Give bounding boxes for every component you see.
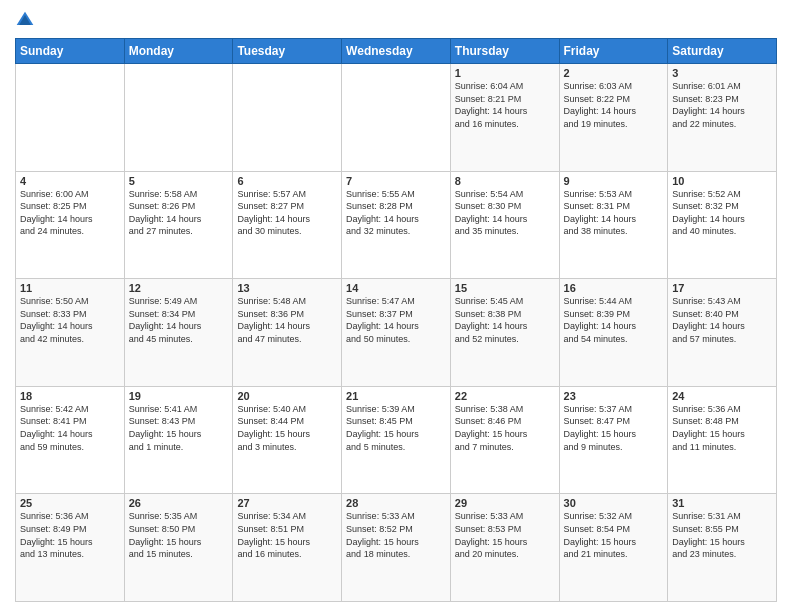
weekday-header-saturday: Saturday — [668, 39, 777, 64]
day-info: Sunrise: 5:52 AM Sunset: 8:32 PM Dayligh… — [672, 188, 772, 238]
calendar-cell — [233, 64, 342, 172]
calendar-cell — [124, 64, 233, 172]
header — [15, 10, 777, 30]
calendar-cell: 31Sunrise: 5:31 AM Sunset: 8:55 PM Dayli… — [668, 494, 777, 602]
day-info: Sunrise: 5:48 AM Sunset: 8:36 PM Dayligh… — [237, 295, 337, 345]
day-info: Sunrise: 5:42 AM Sunset: 8:41 PM Dayligh… — [20, 403, 120, 453]
calendar-cell: 25Sunrise: 5:36 AM Sunset: 8:49 PM Dayli… — [16, 494, 125, 602]
calendar-cell: 26Sunrise: 5:35 AM Sunset: 8:50 PM Dayli… — [124, 494, 233, 602]
week-row-3: 11Sunrise: 5:50 AM Sunset: 8:33 PM Dayli… — [16, 279, 777, 387]
day-number: 1 — [455, 67, 555, 79]
day-number: 26 — [129, 497, 229, 509]
calendar-cell: 24Sunrise: 5:36 AM Sunset: 8:48 PM Dayli… — [668, 386, 777, 494]
day-number: 28 — [346, 497, 446, 509]
day-info: Sunrise: 5:33 AM Sunset: 8:52 PM Dayligh… — [346, 510, 446, 560]
day-number: 8 — [455, 175, 555, 187]
day-info: Sunrise: 5:36 AM Sunset: 8:48 PM Dayligh… — [672, 403, 772, 453]
calendar-cell: 28Sunrise: 5:33 AM Sunset: 8:52 PM Dayli… — [342, 494, 451, 602]
day-info: Sunrise: 5:35 AM Sunset: 8:50 PM Dayligh… — [129, 510, 229, 560]
day-number: 7 — [346, 175, 446, 187]
calendar-cell — [342, 64, 451, 172]
logo-icon — [15, 10, 35, 30]
day-number: 3 — [672, 67, 772, 79]
day-number: 4 — [20, 175, 120, 187]
week-row-5: 25Sunrise: 5:36 AM Sunset: 8:49 PM Dayli… — [16, 494, 777, 602]
logo — [15, 10, 39, 30]
day-info: Sunrise: 5:50 AM Sunset: 8:33 PM Dayligh… — [20, 295, 120, 345]
calendar-cell: 1Sunrise: 6:04 AM Sunset: 8:21 PM Daylig… — [450, 64, 559, 172]
calendar-cell: 4Sunrise: 6:00 AM Sunset: 8:25 PM Daylig… — [16, 171, 125, 279]
day-info: Sunrise: 5:47 AM Sunset: 8:37 PM Dayligh… — [346, 295, 446, 345]
day-number: 17 — [672, 282, 772, 294]
day-number: 15 — [455, 282, 555, 294]
day-number: 19 — [129, 390, 229, 402]
day-info: Sunrise: 5:49 AM Sunset: 8:34 PM Dayligh… — [129, 295, 229, 345]
page: SundayMondayTuesdayWednesdayThursdayFrid… — [0, 0, 792, 612]
day-number: 27 — [237, 497, 337, 509]
day-number: 20 — [237, 390, 337, 402]
day-number: 25 — [20, 497, 120, 509]
calendar-body: 1Sunrise: 6:04 AM Sunset: 8:21 PM Daylig… — [16, 64, 777, 602]
calendar-cell: 3Sunrise: 6:01 AM Sunset: 8:23 PM Daylig… — [668, 64, 777, 172]
calendar-table: SundayMondayTuesdayWednesdayThursdayFrid… — [15, 38, 777, 602]
calendar-cell: 6Sunrise: 5:57 AM Sunset: 8:27 PM Daylig… — [233, 171, 342, 279]
day-number: 18 — [20, 390, 120, 402]
calendar-cell: 22Sunrise: 5:38 AM Sunset: 8:46 PM Dayli… — [450, 386, 559, 494]
day-info: Sunrise: 5:32 AM Sunset: 8:54 PM Dayligh… — [564, 510, 664, 560]
weekday-header-monday: Monday — [124, 39, 233, 64]
day-number: 21 — [346, 390, 446, 402]
calendar-cell: 11Sunrise: 5:50 AM Sunset: 8:33 PM Dayli… — [16, 279, 125, 387]
day-number: 24 — [672, 390, 772, 402]
calendar-cell: 17Sunrise: 5:43 AM Sunset: 8:40 PM Dayli… — [668, 279, 777, 387]
day-number: 5 — [129, 175, 229, 187]
day-number: 14 — [346, 282, 446, 294]
day-info: Sunrise: 5:57 AM Sunset: 8:27 PM Dayligh… — [237, 188, 337, 238]
day-info: Sunrise: 5:36 AM Sunset: 8:49 PM Dayligh… — [20, 510, 120, 560]
day-number: 2 — [564, 67, 664, 79]
calendar-cell: 15Sunrise: 5:45 AM Sunset: 8:38 PM Dayli… — [450, 279, 559, 387]
day-info: Sunrise: 5:58 AM Sunset: 8:26 PM Dayligh… — [129, 188, 229, 238]
week-row-2: 4Sunrise: 6:00 AM Sunset: 8:25 PM Daylig… — [16, 171, 777, 279]
calendar-cell — [16, 64, 125, 172]
day-number: 16 — [564, 282, 664, 294]
day-info: Sunrise: 5:43 AM Sunset: 8:40 PM Dayligh… — [672, 295, 772, 345]
calendar-cell: 8Sunrise: 5:54 AM Sunset: 8:30 PM Daylig… — [450, 171, 559, 279]
calendar-cell: 9Sunrise: 5:53 AM Sunset: 8:31 PM Daylig… — [559, 171, 668, 279]
day-number: 12 — [129, 282, 229, 294]
calendar-cell: 23Sunrise: 5:37 AM Sunset: 8:47 PM Dayli… — [559, 386, 668, 494]
calendar-cell: 13Sunrise: 5:48 AM Sunset: 8:36 PM Dayli… — [233, 279, 342, 387]
day-info: Sunrise: 5:44 AM Sunset: 8:39 PM Dayligh… — [564, 295, 664, 345]
weekday-header-friday: Friday — [559, 39, 668, 64]
day-number: 31 — [672, 497, 772, 509]
day-number: 30 — [564, 497, 664, 509]
calendar-cell: 5Sunrise: 5:58 AM Sunset: 8:26 PM Daylig… — [124, 171, 233, 279]
weekday-header-sunday: Sunday — [16, 39, 125, 64]
day-info: Sunrise: 5:33 AM Sunset: 8:53 PM Dayligh… — [455, 510, 555, 560]
day-info: Sunrise: 5:54 AM Sunset: 8:30 PM Dayligh… — [455, 188, 555, 238]
calendar-cell: 21Sunrise: 5:39 AM Sunset: 8:45 PM Dayli… — [342, 386, 451, 494]
day-info: Sunrise: 5:38 AM Sunset: 8:46 PM Dayligh… — [455, 403, 555, 453]
day-info: Sunrise: 5:55 AM Sunset: 8:28 PM Dayligh… — [346, 188, 446, 238]
day-info: Sunrise: 5:37 AM Sunset: 8:47 PM Dayligh… — [564, 403, 664, 453]
calendar-cell: 29Sunrise: 5:33 AM Sunset: 8:53 PM Dayli… — [450, 494, 559, 602]
weekday-header-thursday: Thursday — [450, 39, 559, 64]
calendar-cell: 2Sunrise: 6:03 AM Sunset: 8:22 PM Daylig… — [559, 64, 668, 172]
day-number: 29 — [455, 497, 555, 509]
calendar-cell: 20Sunrise: 5:40 AM Sunset: 8:44 PM Dayli… — [233, 386, 342, 494]
day-info: Sunrise: 5:40 AM Sunset: 8:44 PM Dayligh… — [237, 403, 337, 453]
day-info: Sunrise: 5:34 AM Sunset: 8:51 PM Dayligh… — [237, 510, 337, 560]
day-number: 11 — [20, 282, 120, 294]
day-info: Sunrise: 6:01 AM Sunset: 8:23 PM Dayligh… — [672, 80, 772, 130]
calendar-cell: 16Sunrise: 5:44 AM Sunset: 8:39 PM Dayli… — [559, 279, 668, 387]
calendar-cell: 12Sunrise: 5:49 AM Sunset: 8:34 PM Dayli… — [124, 279, 233, 387]
day-info: Sunrise: 5:45 AM Sunset: 8:38 PM Dayligh… — [455, 295, 555, 345]
week-row-1: 1Sunrise: 6:04 AM Sunset: 8:21 PM Daylig… — [16, 64, 777, 172]
day-info: Sunrise: 6:00 AM Sunset: 8:25 PM Dayligh… — [20, 188, 120, 238]
day-info: Sunrise: 5:39 AM Sunset: 8:45 PM Dayligh… — [346, 403, 446, 453]
calendar-cell: 14Sunrise: 5:47 AM Sunset: 8:37 PM Dayli… — [342, 279, 451, 387]
weekday-header-wednesday: Wednesday — [342, 39, 451, 64]
calendar-header: SundayMondayTuesdayWednesdayThursdayFrid… — [16, 39, 777, 64]
calendar-cell: 27Sunrise: 5:34 AM Sunset: 8:51 PM Dayli… — [233, 494, 342, 602]
weekday-row: SundayMondayTuesdayWednesdayThursdayFrid… — [16, 39, 777, 64]
day-number: 9 — [564, 175, 664, 187]
